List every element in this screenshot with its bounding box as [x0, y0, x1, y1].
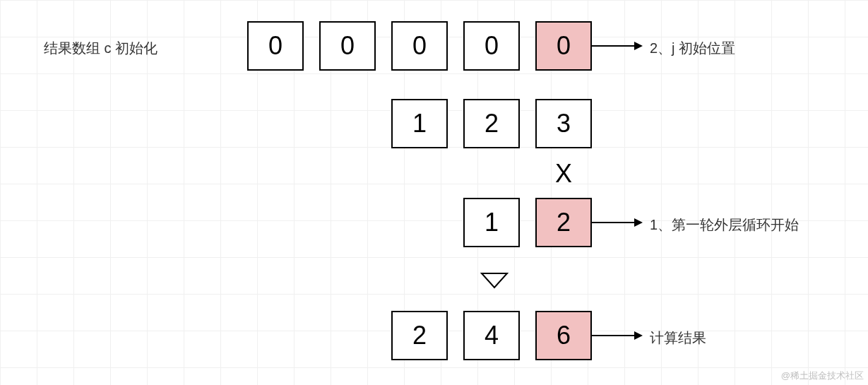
c-cell-0: 0 — [247, 21, 304, 71]
result-0: 2 — [391, 311, 448, 360]
multiply-symbol: X — [555, 159, 572, 189]
c-cell-3: 0 — [463, 21, 520, 71]
multiplicand-2: 3 — [535, 99, 592, 148]
c-cell-2: 0 — [391, 21, 448, 71]
arrow-j-initial — [592, 39, 648, 53]
title-label: 结果数组 c 初始化 — [44, 39, 157, 58]
multiplier-0: 1 — [463, 198, 520, 247]
label-result: 计算结果 — [650, 328, 706, 348]
c-cell-4: 0 — [535, 21, 592, 71]
svg-marker-4 — [482, 273, 507, 288]
result-1: 4 — [463, 311, 520, 360]
svg-marker-3 — [634, 218, 643, 227]
multiplicand-0: 1 — [391, 99, 448, 148]
diagram-stage: 结果数组 c 初始化 0 0 0 0 0 2、j 初始位置 1 2 3 X 1 … — [0, 0, 868, 385]
arrow-outer-loop — [592, 215, 648, 230]
svg-marker-1 — [634, 42, 643, 50]
label-outer-loop: 1、第一轮外层循环开始 — [650, 215, 799, 235]
arrow-result — [592, 328, 648, 343]
svg-marker-6 — [634, 331, 643, 340]
label-j-initial: 2、j 初始位置 — [650, 39, 735, 58]
c-cell-1: 0 — [319, 21, 376, 71]
triangle-down-icon — [480, 272, 509, 290]
multiplicand-1: 2 — [463, 99, 520, 148]
watermark: @稀土掘金技术社区 — [781, 369, 864, 382]
multiplier-1: 2 — [535, 198, 592, 247]
result-2: 6 — [535, 311, 592, 360]
